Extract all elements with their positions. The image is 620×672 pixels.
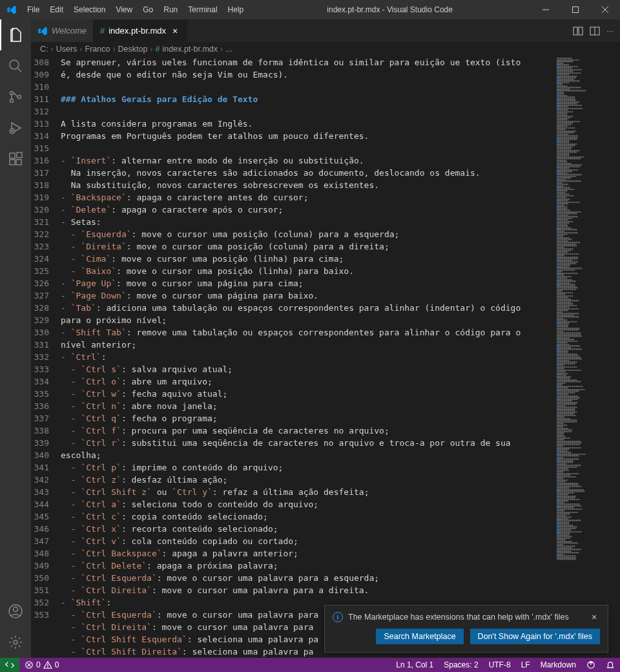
breadcrumb-segment[interactable]: Franco bbox=[85, 45, 110, 54]
line-gutter: 3083093103113123133143153163173183193203… bbox=[31, 56, 61, 658]
feedback-icon[interactable] bbox=[581, 658, 601, 672]
explorer-icon[interactable] bbox=[0, 19, 31, 50]
minimap[interactable]: ████████████████████████████████████████… bbox=[555, 56, 620, 658]
breadcrumb-segment[interactable]: Desktop bbox=[118, 45, 148, 54]
svg-rect-18 bbox=[579, 27, 583, 35]
breadcrumb[interactable]: C:›Users›Franco›Desktop›# index.pt-br.md… bbox=[31, 42, 620, 56]
run-debug-icon[interactable] bbox=[0, 112, 31, 143]
extension-notification: i The Marketplace has extensions that ca… bbox=[324, 605, 608, 653]
cursor-position[interactable]: Ln 1, Col 1 bbox=[391, 658, 439, 672]
svg-rect-17 bbox=[574, 27, 577, 35]
menu-view[interactable]: View bbox=[110, 0, 138, 19]
code-content[interactable]: Se aprenuer, vários ueles funcionam de f… bbox=[61, 56, 555, 658]
menu-selection[interactable]: Selection bbox=[68, 0, 110, 19]
breadcrumb-segment[interactable]: C: bbox=[40, 45, 48, 54]
split-editor-icon[interactable] bbox=[590, 26, 600, 36]
svg-rect-13 bbox=[17, 152, 22, 158]
accounts-icon[interactable] bbox=[0, 596, 31, 627]
svg-point-6 bbox=[10, 92, 14, 95]
breadcrumb-segment[interactable]: Users bbox=[56, 45, 78, 54]
notification-message: The Marketplace has extensions that can … bbox=[348, 613, 583, 622]
notifications-icon[interactable] bbox=[601, 658, 620, 672]
svg-rect-1 bbox=[573, 7, 579, 13]
close-notification-icon[interactable]: × bbox=[588, 612, 600, 622]
svg-point-7 bbox=[10, 100, 14, 103]
titlebar: FileEditSelectionViewGoRunTerminalHelp i… bbox=[0, 0, 620, 19]
svg-point-4 bbox=[10, 60, 19, 69]
menubar: FileEditSelectionViewGoRunTerminalHelp bbox=[22, 0, 249, 19]
dont-show-again-button[interactable]: Don't Show Again for '.mdx' files bbox=[470, 629, 600, 644]
search-icon[interactable] bbox=[0, 50, 31, 81]
status-bar: 0 0 Ln 1, Col 1 Spaces: 2 UTF-8 LF Markd… bbox=[0, 658, 620, 672]
more-actions-icon[interactable]: ··· bbox=[606, 26, 614, 36]
minimize-button[interactable] bbox=[531, 0, 561, 19]
tab-label: index.pt-br.mdx bbox=[108, 26, 166, 36]
tab-label: Welcome bbox=[52, 26, 87, 36]
extensions-icon[interactable] bbox=[0, 143, 31, 174]
window-title: index.pt-br.mdx - Visual Studio Code bbox=[249, 5, 531, 14]
problems-indicator[interactable]: 0 0 bbox=[19, 658, 64, 672]
tab-bar: Welcome # index.pt-br.mdx × ··· bbox=[31, 19, 620, 42]
svg-rect-10 bbox=[10, 153, 15, 158]
menu-go[interactable]: Go bbox=[138, 0, 158, 19]
breadcrumb-segment[interactable]: ... bbox=[225, 45, 232, 54]
editor-area: Welcome # index.pt-br.mdx × ··· C:›Users… bbox=[31, 19, 620, 658]
markdown-file-icon: # bbox=[100, 26, 105, 36]
search-marketplace-button[interactable]: Search Marketplace bbox=[376, 629, 463, 644]
menu-help[interactable]: Help bbox=[223, 0, 249, 19]
eol[interactable]: LF bbox=[516, 658, 535, 672]
svg-rect-11 bbox=[10, 160, 15, 165]
breadcrumb-segment[interactable]: # index.pt-br.mdx bbox=[156, 45, 218, 54]
info-icon: i bbox=[333, 612, 343, 622]
svg-point-8 bbox=[18, 96, 21, 99]
activity-bar bbox=[0, 19, 31, 658]
tab-index-mdx[interactable]: # index.pt-br.mdx × bbox=[94, 19, 187, 42]
vscode-icon bbox=[6, 5, 17, 15]
language-mode[interactable]: Markdown bbox=[535, 658, 581, 672]
close-tab-icon[interactable]: × bbox=[170, 26, 180, 36]
svg-point-15 bbox=[14, 607, 18, 612]
remote-indicator[interactable] bbox=[0, 658, 19, 672]
menu-file[interactable]: File bbox=[22, 0, 45, 19]
menu-run[interactable]: Run bbox=[158, 0, 183, 19]
svg-point-25 bbox=[47, 667, 48, 667]
source-control-icon[interactable] bbox=[0, 81, 31, 112]
svg-line-5 bbox=[17, 68, 21, 72]
menu-terminal[interactable]: Terminal bbox=[183, 0, 222, 19]
svg-point-16 bbox=[14, 640, 17, 644]
menu-edit[interactable]: Edit bbox=[45, 0, 68, 19]
split-compare-icon[interactable] bbox=[573, 26, 583, 36]
encoding[interactable]: UTF-8 bbox=[484, 658, 516, 672]
close-window-button[interactable] bbox=[590, 0, 620, 19]
maximize-button[interactable] bbox=[561, 0, 590, 19]
tab-welcome[interactable]: Welcome bbox=[31, 19, 94, 42]
svg-rect-12 bbox=[16, 160, 21, 165]
indent-setting[interactable]: Spaces: 2 bbox=[439, 658, 483, 672]
settings-gear-icon[interactable] bbox=[0, 627, 31, 658]
